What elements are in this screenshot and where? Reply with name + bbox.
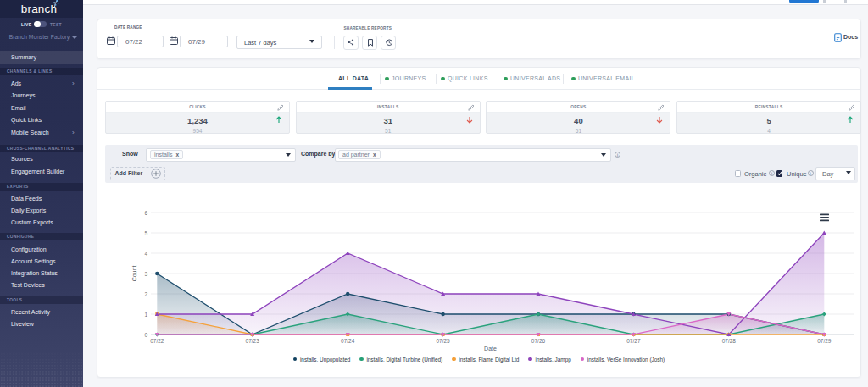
svg-text:6: 6 xyxy=(144,210,147,216)
svg-text:0: 0 xyxy=(144,332,147,338)
svg-text:07/28: 07/28 xyxy=(722,338,737,344)
svg-text:07/24: 07/24 xyxy=(341,338,355,344)
svg-text:Count: Count xyxy=(131,266,137,282)
svg-text:07/29: 07/29 xyxy=(817,338,832,344)
svg-text:Date: Date xyxy=(484,346,497,351)
svg-text:07/27: 07/27 xyxy=(626,338,641,344)
svg-text:5: 5 xyxy=(144,230,147,236)
svg-text:07/22: 07/22 xyxy=(150,338,164,344)
svg-text:4: 4 xyxy=(144,251,147,257)
svg-text:2: 2 xyxy=(144,291,147,297)
svg-text:3: 3 xyxy=(144,271,147,277)
svg-text:07/25: 07/25 xyxy=(436,338,450,344)
svg-text:07/26: 07/26 xyxy=(531,338,546,344)
svg-text:1: 1 xyxy=(144,312,147,318)
svg-text:07/23: 07/23 xyxy=(246,338,260,344)
